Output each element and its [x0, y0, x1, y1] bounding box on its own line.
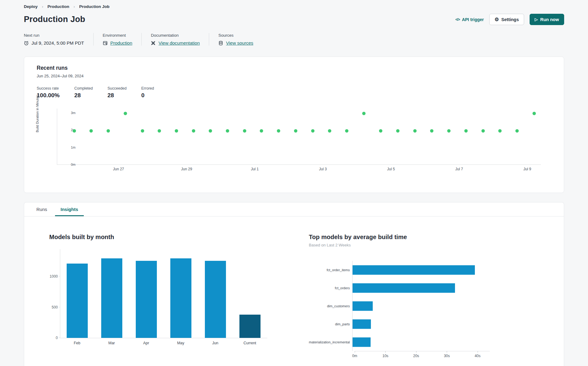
- meta-documentation: Documentation View documentation: [141, 33, 209, 46]
- models-built-plot: 05001000FebMarAprMayJunCurrent: [60, 249, 267, 338]
- run-dot[interactable]: [192, 129, 195, 133]
- x-tick-mark: [355, 351, 355, 353]
- settings-button[interactable]: ⚙ Settings: [489, 14, 524, 25]
- month-bar[interactable]: [101, 258, 122, 338]
- run-dot[interactable]: [345, 129, 348, 133]
- tab-runs[interactable]: Runs: [31, 202, 53, 216]
- month-label: Mar: [108, 341, 115, 345]
- month-bar[interactable]: [136, 261, 157, 338]
- scatter-y-tick: 3m: [63, 111, 76, 115]
- build-duration-plot: 0m1m2m3mJun 27Jun 29Jul 1Jul 3Jul 5Jul 7…: [57, 109, 541, 165]
- build-time-x-tick: 0m: [352, 354, 357, 358]
- run-now-button[interactable]: ▷ Run now: [530, 14, 564, 25]
- run-dot[interactable]: [243, 129, 246, 133]
- stat-success-rate: Success rate 100.00%: [37, 86, 60, 99]
- run-dot[interactable]: [141, 129, 144, 133]
- model-row: dim_customers: [309, 297, 523, 315]
- month-bar[interactable]: [67, 264, 88, 338]
- environment-label: Environment: [103, 33, 132, 38]
- meta-environment: Environment Production: [93, 33, 142, 46]
- run-dot[interactable]: [311, 129, 314, 133]
- recent-runs-stats: Success rate 100.00% Completed 28 Succee…: [37, 86, 551, 99]
- run-dot[interactable]: [226, 129, 229, 133]
- run-dot[interactable]: [175, 129, 178, 133]
- y-tick-mark: [59, 276, 60, 276]
- run-dot[interactable]: [158, 129, 161, 133]
- run-dot[interactable]: [396, 129, 400, 133]
- model-label: dim_parts: [309, 322, 352, 326]
- run-dot[interactable]: [277, 129, 280, 133]
- run-dot[interactable]: [72, 129, 76, 133]
- run-dot[interactable]: [464, 129, 468, 133]
- meta-next-run: Next run Jul 9, 2024, 5:00 PM PDT: [24, 33, 93, 46]
- run-dot[interactable]: [413, 129, 416, 133]
- view-documentation-link[interactable]: View documentation: [158, 40, 200, 46]
- breadcrumb-production[interactable]: Production: [47, 4, 69, 9]
- run-dot[interactable]: [209, 129, 212, 133]
- view-sources-link[interactable]: View sources: [226, 40, 253, 46]
- model-bar-track: [352, 315, 487, 333]
- month-label: Apr: [143, 341, 149, 345]
- model-row: dim_parts: [309, 315, 523, 333]
- dbt-logo-icon: [151, 41, 156, 46]
- model-label: dim_customers: [309, 304, 352, 308]
- scatter-x-tick: Jun 29: [181, 167, 192, 171]
- month-bar[interactable]: [170, 258, 191, 338]
- tab-insights[interactable]: Insights: [55, 202, 84, 216]
- model-bar[interactable]: [353, 319, 371, 329]
- scatter-x-tick: Jul 1: [251, 167, 258, 171]
- chevron-right-icon: ›: [42, 4, 43, 9]
- api-trigger-label: API trigger: [462, 17, 484, 22]
- build-time-x-tick: 20s: [413, 354, 419, 358]
- x-tick-mark: [416, 351, 416, 353]
- breadcrumb: Deploy › Production › Production Job: [24, 3, 564, 9]
- next-run-value: Jul 9, 2024, 5:00 PM PDT: [31, 40, 84, 46]
- scatter-x-tick: Jun 27: [113, 167, 124, 171]
- month-bar[interactable]: [239, 315, 261, 338]
- model-label: fct_order_items: [309, 268, 352, 272]
- run-dot[interactable]: [124, 112, 127, 115]
- run-dot[interactable]: [498, 129, 502, 133]
- run-dot[interactable]: [532, 112, 536, 115]
- meta-sources: Sources View sources: [209, 33, 262, 46]
- x-tick-mark: [447, 351, 447, 353]
- top-models-x-axis: 0m10s20s30s40s: [355, 351, 490, 351]
- scatter-x-tick: Jul 3: [319, 167, 327, 171]
- breadcrumb-deploy[interactable]: Deploy: [24, 4, 38, 9]
- job-detail-card: Runs Insights Models built by month 0500…: [24, 202, 564, 366]
- top-models-title: Top models by average build time: [309, 234, 523, 241]
- model-bar[interactable]: [353, 337, 371, 347]
- scatter-y-tick: 0m: [63, 163, 76, 166]
- scatter-x-tick: Jul 9: [523, 167, 531, 171]
- run-dot[interactable]: [260, 129, 263, 133]
- model-bar[interactable]: [353, 301, 373, 311]
- model-bar[interactable]: [353, 265, 475, 275]
- run-dot[interactable]: [328, 129, 331, 133]
- run-dot[interactable]: [516, 129, 519, 133]
- model-row: fct_order_items: [309, 261, 523, 279]
- month-bar[interactable]: [205, 261, 226, 338]
- api-trigger-link[interactable]: </> API trigger: [455, 17, 484, 22]
- tab-bar: Runs Insights: [24, 202, 564, 216]
- environment-link[interactable]: Production: [110, 40, 132, 46]
- build-time-x-tick: 30s: [444, 354, 450, 358]
- run-dot[interactable]: [481, 129, 485, 133]
- x-tick-mark: [385, 351, 386, 353]
- run-dot[interactable]: [379, 129, 383, 133]
- page-header: Production Job </> API trigger ⚙ Setting…: [24, 14, 564, 25]
- models-built-y-tick: 0: [56, 336, 58, 340]
- run-dot[interactable]: [447, 129, 451, 133]
- next-run-label: Next run: [24, 33, 84, 38]
- run-dot[interactable]: [294, 129, 297, 133]
- run-dot[interactable]: [107, 129, 110, 133]
- run-dot[interactable]: [90, 129, 93, 133]
- run-dot[interactable]: [430, 129, 434, 133]
- gear-icon: ⚙: [494, 17, 499, 22]
- x-tick-mark: [478, 351, 478, 353]
- month-label: Jun: [212, 341, 218, 345]
- month-label: Current: [243, 341, 256, 345]
- model-bar-track: [352, 297, 487, 315]
- model-bar[interactable]: [353, 283, 455, 293]
- page-title: Production Job: [24, 15, 85, 24]
- run-dot[interactable]: [362, 112, 365, 115]
